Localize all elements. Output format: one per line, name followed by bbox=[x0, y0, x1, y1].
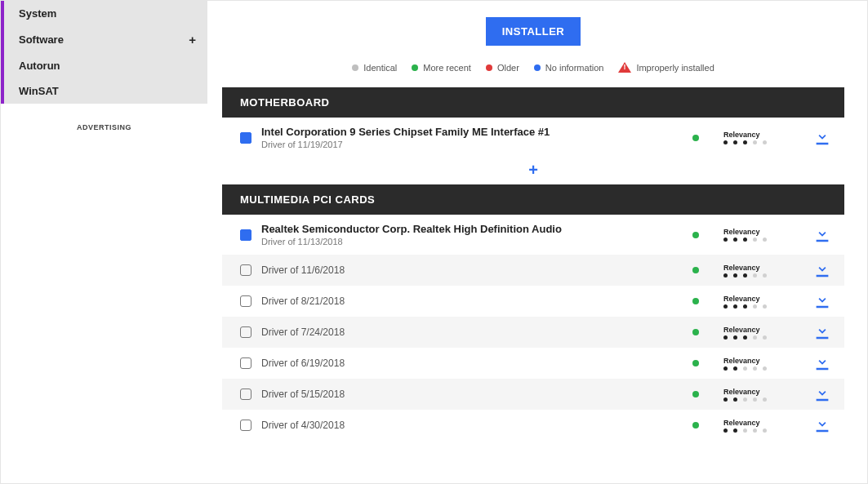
warning-icon bbox=[618, 62, 631, 73]
driver-date: Driver of 11/6/2018 bbox=[261, 264, 683, 276]
driver-text: Driver of 7/24/2018 bbox=[261, 326, 683, 338]
download-icon[interactable] bbox=[813, 325, 831, 340]
download-icon[interactable] bbox=[813, 356, 831, 371]
status-dot-icon bbox=[692, 391, 699, 397]
driver-text: Driver of 5/15/2018 bbox=[261, 389, 683, 400]
sidebar-nav: System Software + Autorun WinSAT bbox=[1, 1, 207, 104]
status-legend: Identical More recent Older No informati… bbox=[222, 62, 844, 73]
driver-name: Intel Corporation 9 Series Chipset Famil… bbox=[261, 126, 683, 138]
sidebar-item-label: Software bbox=[19, 33, 64, 46]
sidebar-item-label: System bbox=[19, 7, 56, 20]
section-header-motherboard: MOTHERBOARD bbox=[222, 87, 844, 118]
legend-improperly-installed: Improperly installed bbox=[618, 62, 714, 73]
relevancy-label: Relevancy bbox=[723, 326, 789, 334]
driver-date: Driver of 6/19/2018 bbox=[261, 357, 683, 369]
sidebar: System Software + Autorun WinSAT ADVERTI… bbox=[1, 1, 207, 483]
plus-icon[interactable]: + bbox=[189, 33, 196, 47]
relevancy-meter: Relevancy bbox=[723, 388, 789, 402]
relevancy-meter: Relevancy bbox=[723, 326, 789, 340]
advertising-label: ADVERTISING bbox=[1, 123, 207, 131]
driver-row[interactable]: Realtek Semiconductor Corp. Realtek High… bbox=[222, 215, 844, 255]
relevancy-meter: Relevancy bbox=[723, 419, 789, 433]
relevancy-dots bbox=[723, 140, 789, 144]
installer-button[interactable]: INSTALLER bbox=[486, 17, 581, 46]
expand-row: + bbox=[222, 158, 844, 184]
status-dot-icon bbox=[692, 135, 699, 141]
download-icon[interactable] bbox=[813, 294, 831, 309]
select-box-icon[interactable] bbox=[240, 229, 251, 241]
checkbox[interactable] bbox=[240, 420, 251, 431]
download-icon[interactable] bbox=[813, 418, 831, 433]
driver-date: Driver of 5/15/2018 bbox=[261, 389, 683, 400]
relevancy-meter: Relevancy bbox=[723, 264, 789, 278]
driver-date: Driver of 8/21/2018 bbox=[261, 295, 683, 307]
driver-row[interactable]: Driver of 5/15/2018 Relevancy bbox=[222, 379, 844, 410]
driver-row[interactable]: Driver of 6/19/2018 Relevancy bbox=[222, 348, 844, 379]
status-dot-icon bbox=[692, 360, 699, 366]
sidebar-item-software[interactable]: Software + bbox=[4, 26, 207, 53]
relevancy-dots bbox=[723, 366, 789, 371]
select-box-icon[interactable] bbox=[240, 132, 251, 144]
relevancy-label: Relevancy bbox=[723, 264, 789, 272]
relevancy-label: Relevancy bbox=[723, 228, 789, 236]
driver-text: Driver of 4/30/2018 bbox=[261, 420, 683, 431]
driver-name: Realtek Semiconductor Corp. Realtek High… bbox=[261, 223, 683, 235]
driver-text: Driver of 11/6/2018 bbox=[261, 264, 683, 276]
download-icon[interactable] bbox=[813, 387, 831, 402]
checkbox[interactable] bbox=[240, 264, 251, 276]
main-content: INSTALLER Identical More recent Older No… bbox=[207, 1, 867, 483]
status-dot-icon bbox=[692, 232, 699, 238]
section-header-multimedia: MULTIMEDIA PCI CARDS bbox=[222, 184, 844, 215]
download-icon[interactable] bbox=[813, 131, 831, 145]
relevancy-dots bbox=[723, 397, 789, 402]
relevancy-dots bbox=[723, 238, 789, 242]
checkbox[interactable] bbox=[240, 357, 251, 369]
driver-row[interactable]: Driver of 7/24/2018 Relevancy bbox=[222, 317, 844, 348]
dot-red-icon bbox=[486, 64, 492, 71]
status-dot-icon bbox=[692, 298, 699, 304]
driver-date: Driver of 11/19/2017 bbox=[261, 140, 683, 149]
driver-row[interactable]: Driver of 4/30/2018 Relevancy bbox=[222, 410, 844, 441]
download-icon[interactable] bbox=[813, 263, 831, 278]
checkbox[interactable] bbox=[240, 389, 251, 400]
driver-text: Intel Corporation 9 Series Chipset Famil… bbox=[261, 126, 683, 149]
driver-text: Driver of 6/19/2018 bbox=[261, 357, 683, 369]
checkbox[interactable] bbox=[240, 326, 251, 338]
relevancy-dots bbox=[723, 273, 789, 278]
download-icon[interactable] bbox=[813, 228, 831, 242]
driver-date: Driver of 11/13/2018 bbox=[261, 237, 683, 246]
driver-date: Driver of 7/24/2018 bbox=[261, 326, 683, 338]
driver-row[interactable]: Intel Corporation 9 Series Chipset Famil… bbox=[222, 118, 844, 158]
expand-plus-icon[interactable]: + bbox=[528, 161, 538, 180]
installer-row: INSTALLER bbox=[222, 17, 844, 46]
relevancy-dots bbox=[723, 428, 789, 433]
relevancy-label: Relevancy bbox=[723, 388, 789, 396]
status-dot-icon bbox=[692, 329, 699, 335]
relevancy-meter: Relevancy bbox=[723, 357, 789, 371]
legend-identical: Identical bbox=[352, 63, 397, 73]
sidebar-item-winsat[interactable]: WinSAT bbox=[4, 78, 207, 104]
relevancy-label: Relevancy bbox=[723, 357, 789, 365]
legend-label: No information bbox=[545, 63, 604, 73]
relevancy-dots bbox=[723, 335, 789, 340]
status-dot-icon bbox=[692, 422, 699, 428]
relevancy-label: Relevancy bbox=[723, 295, 789, 303]
legend-no-information: No information bbox=[534, 63, 604, 73]
legend-older: Older bbox=[486, 63, 519, 73]
relevancy-label: Relevancy bbox=[723, 131, 789, 139]
driver-text: Driver of 8/21/2018 bbox=[261, 295, 683, 307]
dot-blue-icon bbox=[534, 64, 541, 71]
driver-row[interactable]: Driver of 11/6/2018 Relevancy bbox=[222, 255, 844, 286]
sidebar-item-autorun[interactable]: Autorun bbox=[4, 53, 207, 78]
sidebar-item-system[interactable]: System bbox=[4, 1, 207, 26]
sidebar-item-label: Autorun bbox=[19, 60, 60, 72]
legend-more-recent: More recent bbox=[412, 63, 471, 73]
checkbox[interactable] bbox=[240, 295, 251, 307]
legend-label: More recent bbox=[423, 63, 471, 73]
driver-row[interactable]: Driver of 8/21/2018 Relevancy bbox=[222, 286, 844, 317]
driver-date: Driver of 4/30/2018 bbox=[261, 420, 683, 431]
dot-grey-icon bbox=[352, 64, 358, 71]
relevancy-meter: Relevancy bbox=[723, 295, 789, 309]
legend-label: Identical bbox=[363, 63, 397, 73]
relevancy-meter: Relevancy bbox=[723, 228, 789, 242]
